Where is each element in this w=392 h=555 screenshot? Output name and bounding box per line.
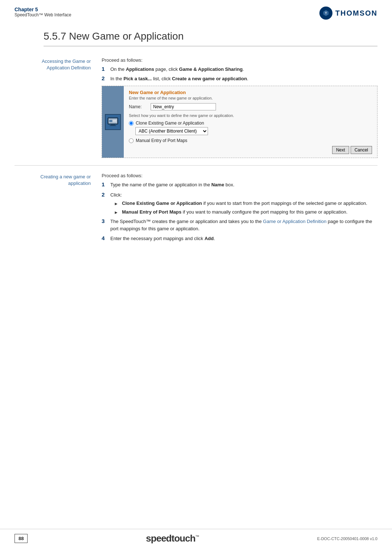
section-label-1: Accessing the Game or Application Defini… bbox=[15, 58, 91, 71]
radio-manual-label: Manual Entry of Port Maps bbox=[136, 138, 187, 143]
step-text-2-3: The SpeedTouch™ creates the game or appl… bbox=[110, 218, 377, 232]
section-accessing: Accessing the Game or Application Defini… bbox=[15, 50, 377, 166]
radio-manual-input[interactable] bbox=[129, 138, 134, 143]
footer-brand: speedtouch™ bbox=[146, 533, 199, 544]
sub-item-1: ► Clone Existing Game or Application if … bbox=[110, 200, 377, 206]
sub-text-2: Manual Entry of Port Maps if you want to… bbox=[122, 209, 347, 215]
ui-name-input[interactable] bbox=[151, 103, 216, 110]
arrow-icon-1: ► bbox=[114, 201, 120, 206]
ui-box-subtitle: Enter the name of the new game or applic… bbox=[129, 96, 372, 100]
next-button[interactable]: Next bbox=[332, 146, 349, 154]
steps-list-2b: 3 The SpeedTouch™ creates the game or ap… bbox=[102, 218, 377, 242]
svg-rect-4 bbox=[110, 125, 116, 126]
sub-item-2: ► Manual Entry of Port Maps if you want … bbox=[110, 209, 377, 215]
ui-box-icon bbox=[102, 86, 124, 158]
ui-clone-select[interactable]: ABC (Another Bittorent Client) bbox=[135, 127, 208, 135]
step-text-2: In the Pick a task... list, click Create… bbox=[110, 75, 377, 82]
brand-regular: speed bbox=[146, 533, 171, 544]
chapter-sub: SpeedTouch™ Web Interface bbox=[15, 12, 72, 17]
section-label-2: Creating a new game or application bbox=[15, 174, 91, 187]
radio-clone-input[interactable] bbox=[129, 121, 134, 126]
proceed-text-2: Proceed as follows: bbox=[102, 173, 377, 178]
svg-text:T: T bbox=[325, 12, 327, 15]
thomson-logo: T THOMSON bbox=[319, 7, 377, 20]
step-2-1: 1 Type the name of the game or applicati… bbox=[102, 181, 377, 189]
ui-box-content: New Game or Application Enter the name o… bbox=[124, 86, 377, 158]
arrow-icon-2: ► bbox=[114, 210, 120, 215]
chapter-label: Chapter 5 bbox=[15, 7, 72, 12]
ui-dropdown-row: ABC (Another Bittorent Client) bbox=[135, 127, 372, 135]
header-left: Chapter 5 SpeedTouch™ Web Interface bbox=[15, 7, 72, 17]
svg-rect-5 bbox=[109, 120, 112, 122]
step-num-2-2: 2 bbox=[102, 191, 110, 198]
section-content-2: Proceed as follows: 1 Type the name of t… bbox=[102, 173, 377, 245]
ui-select-text: Select how you want to define the new ga… bbox=[129, 113, 372, 118]
step-num-2: 2 bbox=[102, 75, 110, 81]
ui-screenshot-box: New Game or Application Enter the name o… bbox=[102, 86, 377, 158]
step-2-2: 2 Click: bbox=[102, 191, 377, 199]
ui-name-label: Name: bbox=[129, 104, 151, 109]
page-footer: 88 speedtouch™ E-DOC-CTC-20050401-0008 v… bbox=[0, 529, 392, 544]
footer-doc: E-DOC-CTC-20050401-0008 v1.0 bbox=[317, 536, 377, 541]
page-title-section: 5.5.7 New Game or Application bbox=[0, 20, 392, 50]
step-1-1: 1 On the Applications page, click Game &… bbox=[102, 66, 377, 73]
ui-radio-manual: Manual Entry of Port Maps bbox=[129, 138, 372, 143]
ui-buttons-row: Next Cancel bbox=[129, 146, 372, 154]
computer-icon bbox=[105, 114, 121, 130]
section-creating: Creating a new game or application Proce… bbox=[15, 166, 377, 252]
ui-box-title: New Game or Application bbox=[129, 90, 372, 95]
section-content-1: Proceed as follows: 1 On the Application… bbox=[102, 57, 377, 158]
svg-rect-6 bbox=[113, 120, 117, 121]
thomson-icon: T bbox=[319, 7, 332, 20]
step-num-1: 1 bbox=[102, 66, 110, 72]
step-2-4: 4 Enter the necessary port mappings and … bbox=[102, 235, 377, 242]
section-label-col-2: Creating a new game or application bbox=[15, 173, 102, 187]
brand-bold: touch bbox=[171, 533, 195, 544]
step-text-2-4: Enter the necessary port mappings and cl… bbox=[110, 235, 377, 242]
radio-clone-label: Clone Existing Game or Application bbox=[136, 121, 204, 126]
step-2-3: 3 The SpeedTouch™ creates the game or ap… bbox=[102, 218, 377, 232]
step-1-2: 2 In the Pick a task... list, click Crea… bbox=[102, 75, 377, 82]
step-text-2-1: Type the name of the game or application… bbox=[110, 181, 377, 189]
proceed-text-1: Proceed as follows: bbox=[102, 57, 377, 63]
step-num-2-1: 1 bbox=[102, 181, 110, 187]
svg-rect-7 bbox=[113, 121, 117, 122]
ui-radio-clone: Clone Existing Game or Application bbox=[129, 121, 372, 126]
sub-text-1: Clone Existing Game or Application if yo… bbox=[122, 200, 367, 206]
footer-page-num: 88 bbox=[15, 534, 28, 543]
section-label-col-1: Accessing the Game or Application Defini… bbox=[15, 57, 102, 71]
page-header: Chapter 5 SpeedTouch™ Web Interface T TH… bbox=[0, 0, 392, 20]
steps-list-2: 1 Type the name of the game or applicati… bbox=[102, 181, 377, 198]
step-num-2-3: 3 bbox=[102, 218, 110, 224]
step-num-2-4: 4 bbox=[102, 235, 110, 241]
ui-name-row: Name: bbox=[129, 103, 372, 110]
cancel-button[interactable]: Cancel bbox=[351, 146, 372, 154]
step-text-2-2: Click: bbox=[110, 191, 377, 199]
sub-list: ► Clone Existing Game or Application if … bbox=[102, 200, 377, 215]
steps-list-1: 1 On the Applications page, click Game &… bbox=[102, 66, 377, 82]
page-title: 5.5.7 New Game or Application bbox=[44, 31, 377, 46]
svg-rect-3 bbox=[111, 125, 115, 125]
content-area: Accessing the Game or Application Defini… bbox=[0, 50, 392, 252]
step-text-1: On the Applications page, click Game & A… bbox=[110, 66, 377, 73]
brand-sup: ™ bbox=[195, 534, 199, 539]
thomson-text: THOMSON bbox=[335, 9, 377, 17]
